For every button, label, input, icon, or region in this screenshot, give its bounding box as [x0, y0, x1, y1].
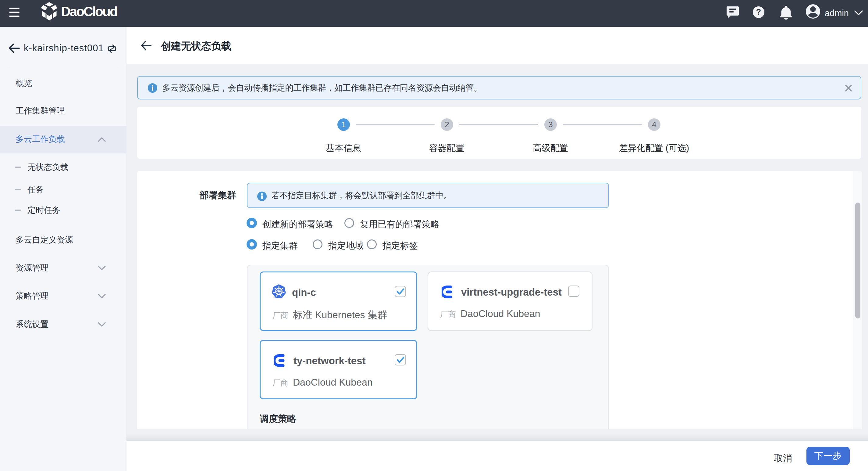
svg-text:?: ? [756, 7, 761, 17]
